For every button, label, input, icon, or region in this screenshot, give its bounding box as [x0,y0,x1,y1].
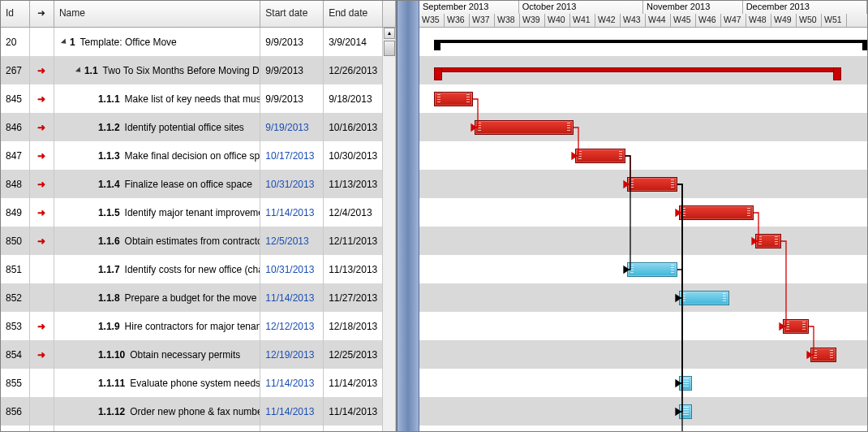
table-row[interactable]: 847➜1.1.3Make final decision on office s… [1,141,396,170]
wbs-number: 1.1.4 [98,179,120,190]
task-bar[interactable] [434,92,473,106]
cell-enddate[interactable]: 11/13/2013 [324,170,383,198]
cell-startdate[interactable]: 9/9/2013 [260,28,324,56]
expander-icon[interactable] [61,38,68,45]
col-header-arrow[interactable]: ➜ [30,1,54,27]
table-row[interactable]: 845➜1.1.1Make list of key needs that mus… [1,84,396,113]
table-row[interactable]: 267➜1.1Two To Six Months Before Moving D… [1,56,396,84]
table-row[interactable]: 8571.1.13Communicate to employees11/14/2… [1,426,396,431]
table-row[interactable]: 846➜1.1.2Identify potential office sites… [1,113,396,141]
wbs-number: 1.1.8 [98,292,120,304]
table-row[interactable]: 8551.1.11Evaluate phone system needs11/1… [1,369,396,397]
cell-enddate[interactable]: 12/18/2013 [324,312,383,340]
table-row[interactable]: 850➜1.1.6Obtain estimates from contracto… [1,227,396,255]
task-bar[interactable] [627,262,677,277]
cell-enddate[interactable]: 12/26/2013 [324,56,383,84]
col-header-id[interactable]: Id [1,1,30,27]
table-row[interactable]: 201Template: Office Move9/9/20133/9/2014… [1,28,396,56]
task-bar[interactable] [627,177,677,192]
cell-startdate[interactable]: 11/14/2013 [260,397,324,426]
cell-enddate[interactable]: 11/14/2013 [324,426,383,431]
cell-startdate[interactable]: 12/19/2013 [260,340,324,369]
cell-startdate[interactable]: 12/5/2013 [260,227,324,255]
summary-bar[interactable] [434,40,867,43]
table-row[interactable]: 8521.1.8Prepare a budget for the move &1… [1,283,396,312]
table-row[interactable]: 853➜1.1.9Hire contractors for major tena… [1,312,396,340]
cell-enddate[interactable]: 12/11/2013 [324,227,383,255]
successor-arrow-icon: ➜ [30,141,54,170]
cell-enddate[interactable]: 12/4/2013 [324,198,383,227]
cell-startdate[interactable]: 9/9/2013 [260,84,324,113]
scroll-up-icon[interactable]: ▴ [384,28,395,39]
table-row[interactable]: 854➜1.1.10Obtain necessary permits12/19/… [1,340,396,369]
cell-startdate[interactable]: 11/14/2013 [260,283,324,312]
cell-enddate[interactable]: 11/14/2013 [324,397,383,426]
successor-arrow-icon: ➜ [30,227,54,255]
task-bar[interactable] [783,319,809,334]
cell-name: 1.1.4Finalize lease on office space [54,170,260,198]
successor-arrow-icon [30,255,54,283]
task-bar[interactable] [679,376,692,391]
gantt-body[interactable] [419,28,867,431]
cell-startdate[interactable]: 10/31/2013 [260,255,324,283]
grid-header: Id ➜ Name Start date End date [1,1,396,28]
successor-arrow-icon [30,369,54,397]
gantt-row [419,369,867,397]
wbs-number: 1.1.10 [98,349,125,361]
col-header-end[interactable]: End date [324,1,383,27]
scrollbar[interactable]: ▴ [383,28,395,56]
task-bar[interactable] [810,348,836,362]
cell-enddate[interactable]: 3/9/2014 [324,28,383,56]
cell-name: 1Template: Office Move [54,28,260,56]
cell-startdate[interactable]: 11/14/2013 [260,369,324,397]
month-header: December 2013 [743,1,867,14]
cell-enddate[interactable]: 10/30/2013 [324,141,383,170]
week-header: W38 [495,14,520,27]
cell-startdate[interactable]: 10/31/2013 [260,170,324,198]
table-row[interactable]: 848➜1.1.4Finalize lease on office space1… [1,170,396,198]
scrollbar-gutter [383,84,396,113]
task-name: Identify costs for new office (chair [125,264,261,275]
cell-enddate[interactable]: 9/18/2013 [324,84,383,113]
table-row[interactable]: 849➜1.1.5Identify major tenant improveme… [1,198,396,227]
cell-enddate[interactable]: 12/25/2013 [324,340,383,369]
splitter[interactable] [397,1,419,431]
task-bar[interactable] [679,205,754,220]
cell-startdate[interactable]: 10/17/2013 [260,141,324,170]
cell-enddate[interactable]: 11/14/2013 [324,369,383,397]
task-bar[interactable] [755,234,781,248]
week-header: W42 [595,14,621,27]
gantt-app: Id ➜ Name Start date End date 201Templat… [0,0,868,432]
cell-enddate[interactable]: 11/13/2013 [324,255,383,283]
week-header: W49 [771,14,797,27]
cell-startdate[interactable]: 11/14/2013 [260,426,324,431]
table-row[interactable]: 8561.1.12Order new phone & fax numbers11… [1,397,396,426]
cell-enddate[interactable]: 11/27/2013 [324,283,383,312]
cell-startdate[interactable]: 11/14/2013 [260,198,324,227]
col-header-start[interactable]: Start date [260,1,324,27]
task-bar[interactable] [575,149,625,163]
week-header: W46 [696,14,721,27]
scroll-thumb[interactable] [384,41,395,56]
cell-id: 20 [1,28,30,56]
successor-arrow-icon [30,283,54,312]
task-bar[interactable] [679,291,729,305]
cell-enddate[interactable]: 10/16/2013 [324,113,383,141]
cell-name: 1.1.13Communicate to employees [54,426,260,431]
cell-id: 846 [1,113,30,141]
cell-startdate[interactable]: 9/9/2013 [260,56,324,84]
successor-arrow-icon: ➜ [30,198,54,227]
scrollbar-gutter [383,255,396,283]
summary-bar[interactable] [434,67,841,72]
table-row[interactable]: 8511.1.7Identify costs for new office (c… [1,255,396,283]
cell-name: 1.1.6Obtain estimates from contractors [54,227,260,255]
cell-startdate[interactable]: 12/12/2013 [260,312,324,340]
cell-startdate[interactable]: 9/19/2013 [260,113,324,141]
col-header-name[interactable]: Name [54,1,260,27]
scrollbar-gutter [383,227,396,255]
task-bar[interactable] [475,120,574,135]
cell-name: 1.1.1Make list of key needs that must b [54,84,260,113]
cell-id: 847 [1,141,30,170]
task-bar[interactable] [679,404,692,419]
expander-icon[interactable] [75,67,83,74]
